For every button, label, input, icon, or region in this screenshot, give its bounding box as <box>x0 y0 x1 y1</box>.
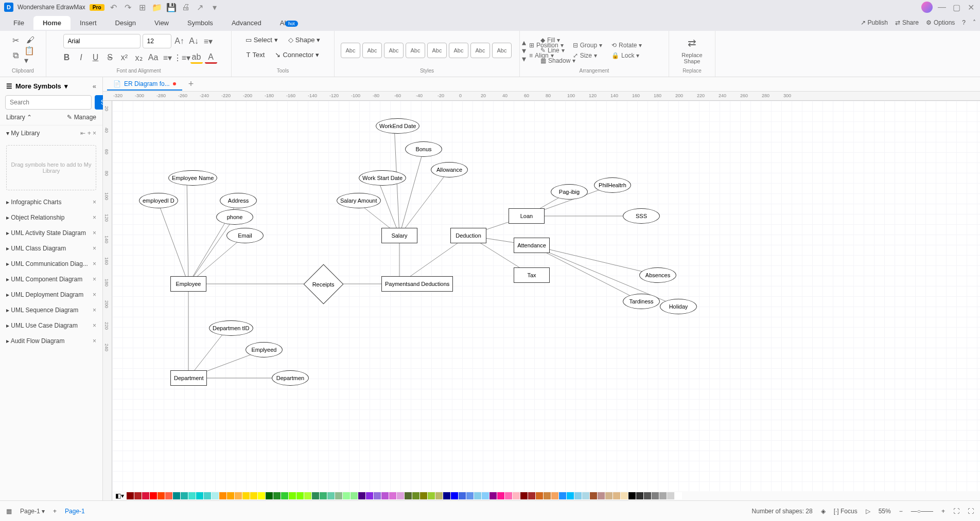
library-category[interactable]: ▸ UML Communication Diag...× <box>0 256 102 272</box>
color-swatch[interactable] <box>296 492 304 499</box>
format-painter-icon[interactable]: 🖌 <box>24 34 37 46</box>
open-icon[interactable]: 📁 <box>152 2 162 12</box>
er-node-empname[interactable]: Employee Name <box>168 170 217 186</box>
strike-icon[interactable]: S <box>104 51 116 64</box>
add-icon[interactable]: + <box>87 130 91 137</box>
library-category[interactable]: ▸ UML Deployment Diagram× <box>0 287 102 302</box>
menu-tab-advanced[interactable]: Advanced <box>222 16 271 30</box>
er-node-employeeid[interactable]: employedI D <box>139 193 178 208</box>
underline-icon[interactable]: U <box>90 51 102 64</box>
er-node-payded[interactable]: Paymentsand Deductions <box>381 276 453 292</box>
library-category[interactable]: ▸ Object Relationship× <box>0 210 102 225</box>
color-swatch[interactable] <box>181 492 188 499</box>
align-button[interactable]: ≡ Align ▾ <box>526 51 567 60</box>
color-swatch[interactable] <box>621 492 628 499</box>
publish-button[interactable]: ↗ Publish <box>861 19 888 26</box>
er-node-address[interactable]: Address <box>220 193 257 208</box>
color-swatch[interactable] <box>544 492 551 499</box>
color-swatch[interactable] <box>312 492 319 499</box>
close-category-icon[interactable]: × <box>93 214 96 221</box>
avatar[interactable] <box>921 2 933 13</box>
color-swatch[interactable] <box>273 492 281 499</box>
color-swatch[interactable] <box>204 492 211 499</box>
color-swatch[interactable] <box>482 492 489 499</box>
replace-shape-label[interactable]: Replace Shape <box>675 52 709 64</box>
er-node-deptid[interactable]: Departmen tID <box>209 320 253 336</box>
close-category-icon[interactable]: × <box>93 291 96 298</box>
color-swatch[interactable] <box>173 492 180 499</box>
superscript-icon[interactable]: x² <box>118 51 131 64</box>
bullets-icon[interactable]: ⋮≡▾ <box>176 51 188 64</box>
style-preset[interactable]: Abc <box>384 43 404 58</box>
close-category-icon[interactable]: × <box>93 337 96 345</box>
style-preset[interactable]: Abc <box>470 43 490 58</box>
color-swatch[interactable] <box>536 492 543 499</box>
color-swatch[interactable] <box>420 492 427 499</box>
text-tool[interactable]: T Text <box>242 49 269 61</box>
presentation-icon[interactable]: ▷ <box>866 508 870 515</box>
menu-tab-symbols[interactable]: Symbols <box>178 16 222 30</box>
color-swatch[interactable] <box>219 492 226 499</box>
color-swatch[interactable] <box>281 492 288 499</box>
library-category[interactable]: ▸ UML Sequence Diagram× <box>0 302 102 318</box>
color-swatch[interactable] <box>551 492 558 499</box>
search-input[interactable] <box>5 95 92 110</box>
position-button[interactable]: ⊞ Position ▾ <box>526 41 567 50</box>
color-swatch[interactable] <box>605 492 612 499</box>
er-node-pagibig[interactable]: Pag-ibig <box>551 184 588 200</box>
page-selector[interactable]: Page-1 ▾ <box>20 508 45 515</box>
close-category-icon[interactable]: × <box>93 245 96 252</box>
close-lib-icon[interactable]: × <box>93 130 96 137</box>
er-node-emplyeed[interactable]: Emplyeed <box>246 342 283 357</box>
save-icon[interactable]: 💾 <box>166 2 177 12</box>
er-node-sss[interactable]: SSS <box>623 208 660 224</box>
color-swatch[interactable] <box>242 492 250 499</box>
color-swatch[interactable] <box>235 492 242 499</box>
focus-button[interactable]: [·] Focus <box>834 508 857 515</box>
er-node-holiday[interactable]: Holiday <box>660 299 697 314</box>
share-button[interactable]: ⇄ Share <box>895 19 919 26</box>
er-node-attendance[interactable]: Attendance <box>514 238 550 253</box>
library-category[interactable]: ▸ Audit Flow Diagram× <box>0 333 102 349</box>
color-swatch[interactable] <box>435 492 443 499</box>
close-category-icon[interactable]: × <box>93 260 96 267</box>
lock-button[interactable]: 🔒 Lock ▾ <box>608 51 645 60</box>
er-node-workstart[interactable]: Work Start Date <box>359 170 406 186</box>
close-category-icon[interactable]: × <box>93 322 96 329</box>
page-tab[interactable]: Page-1 <box>65 508 85 515</box>
color-swatch[interactable] <box>574 492 582 499</box>
color-swatch[interactable] <box>196 492 203 499</box>
undo-icon[interactable]: ↶ <box>109 2 119 12</box>
er-node-tax[interactable]: Tax <box>514 267 550 283</box>
er-node-workend[interactable]: WorkEnd Date <box>376 118 419 134</box>
collapse-ribbon-icon[interactable]: ˄ <box>973 19 976 26</box>
color-swatch[interactable] <box>127 492 134 499</box>
color-swatch[interactable] <box>374 492 381 499</box>
color-swatch[interactable] <box>250 492 257 499</box>
color-swatch[interactable] <box>528 492 535 499</box>
color-swatch[interactable] <box>520 492 528 499</box>
color-swatch[interactable] <box>366 492 373 499</box>
library-category[interactable]: ▸ UML Class Diagram× <box>0 241 102 256</box>
color-swatch[interactable] <box>513 492 520 499</box>
shape-tool[interactable]: ◇ Shape ▾ <box>284 34 325 46</box>
color-swatch[interactable] <box>675 492 682 499</box>
export-icon[interactable]: ↗ <box>195 2 205 12</box>
color-swatch[interactable] <box>397 492 404 499</box>
cut-icon[interactable]: ✂ <box>10 34 22 46</box>
color-swatch[interactable] <box>134 492 142 499</box>
color-swatch[interactable] <box>212 492 219 499</box>
zoom-in-button[interactable]: + <box>941 508 945 515</box>
er-node-loan[interactable]: Loan <box>509 208 545 224</box>
er-node-tardiness[interactable]: Tardiness <box>623 294 660 309</box>
color-swatch[interactable] <box>652 492 659 499</box>
color-swatch[interactable] <box>150 492 157 499</box>
color-swatch[interactable] <box>505 492 512 499</box>
line-spacing-icon[interactable]: ≡▾ <box>162 51 174 64</box>
color-swatch[interactable] <box>381 492 389 499</box>
style-preset[interactable]: Abc <box>427 43 447 58</box>
library-category[interactable]: ▸ UML Component Diagram× <box>0 272 102 287</box>
color-swatch[interactable] <box>582 492 589 499</box>
color-swatch[interactable] <box>358 492 365 499</box>
decrease-font-icon[interactable]: A↓ <box>188 35 200 47</box>
